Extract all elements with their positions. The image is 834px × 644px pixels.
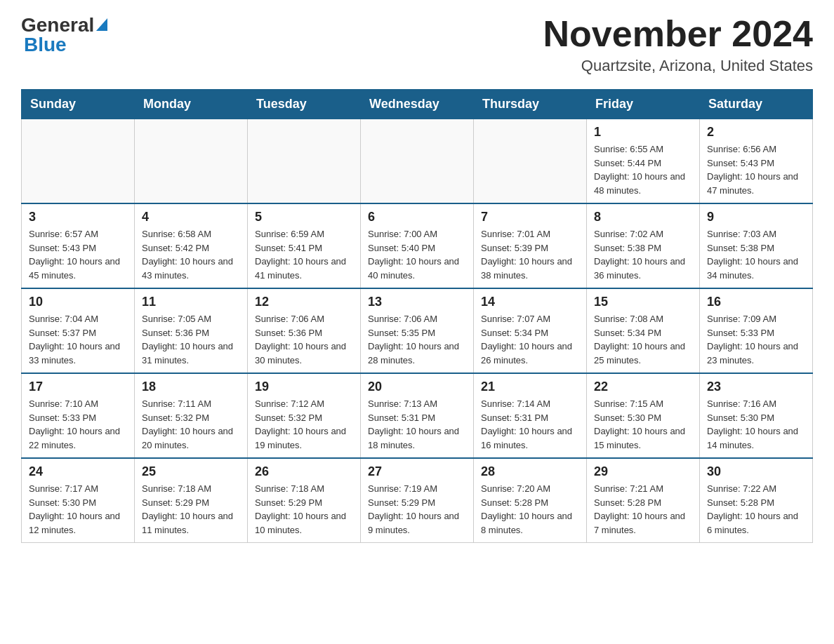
logo-blue-text: Blue	[24, 34, 67, 56]
day-info: Sunrise: 7:02 AMSunset: 5:38 PMDaylight:…	[594, 227, 692, 282]
weekday-header-row: SundayMondayTuesdayWednesdayThursdayFrid…	[22, 90, 813, 119]
logo: General Blue	[21, 14, 107, 56]
calendar-cell: 19Sunrise: 7:12 AMSunset: 5:32 PMDayligh…	[248, 373, 361, 458]
calendar-title: November 2024	[543, 14, 813, 54]
day-info: Sunrise: 6:55 AMSunset: 5:44 PMDaylight:…	[594, 142, 692, 197]
day-info: Sunrise: 7:00 AMSunset: 5:40 PMDaylight:…	[368, 227, 466, 282]
day-number: 7	[481, 210, 579, 224]
day-info: Sunrise: 7:03 AMSunset: 5:38 PMDaylight:…	[707, 227, 805, 282]
day-info: Sunrise: 7:20 AMSunset: 5:28 PMDaylight:…	[481, 482, 579, 537]
calendar-cell: 27Sunrise: 7:19 AMSunset: 5:29 PMDayligh…	[361, 458, 474, 543]
day-number: 22	[594, 380, 692, 394]
day-info: Sunrise: 7:01 AMSunset: 5:39 PMDaylight:…	[481, 227, 579, 282]
day-number: 14	[481, 295, 579, 309]
day-number: 1	[594, 125, 692, 140]
weekday-header-tuesday: Tuesday	[248, 90, 361, 119]
day-number: 25	[142, 464, 240, 479]
svg-marker-0	[96, 18, 107, 31]
calendar-cell: 23Sunrise: 7:16 AMSunset: 5:30 PMDayligh…	[700, 373, 813, 458]
calendar-cell: 8Sunrise: 7:02 AMSunset: 5:38 PMDaylight…	[587, 203, 700, 288]
calendar-cell: 10Sunrise: 7:04 AMSunset: 5:37 PMDayligh…	[22, 288, 135, 373]
weekday-header-thursday: Thursday	[474, 90, 587, 119]
calendar-cell	[248, 119, 361, 204]
day-info: Sunrise: 7:15 AMSunset: 5:30 PMDaylight:…	[594, 397, 692, 452]
day-number: 9	[707, 210, 805, 224]
day-number: 2	[707, 125, 805, 140]
day-info: Sunrise: 7:16 AMSunset: 5:30 PMDaylight:…	[707, 397, 805, 452]
calendar-cell: 24Sunrise: 7:17 AMSunset: 5:30 PMDayligh…	[22, 458, 135, 543]
day-number: 27	[368, 464, 466, 479]
day-number: 11	[142, 295, 240, 309]
calendar-cell: 29Sunrise: 7:21 AMSunset: 5:28 PMDayligh…	[587, 458, 700, 543]
day-info: Sunrise: 7:05 AMSunset: 5:36 PMDaylight:…	[142, 312, 240, 367]
day-info: Sunrise: 7:17 AMSunset: 5:30 PMDaylight:…	[29, 482, 127, 537]
day-info: Sunrise: 7:13 AMSunset: 5:31 PMDaylight:…	[368, 397, 466, 452]
calendar-cell: 6Sunrise: 7:00 AMSunset: 5:40 PMDaylight…	[361, 203, 474, 288]
calendar-cell: 9Sunrise: 7:03 AMSunset: 5:38 PMDaylight…	[700, 203, 813, 288]
day-info: Sunrise: 6:56 AMSunset: 5:43 PMDaylight:…	[707, 142, 805, 197]
day-number: 30	[707, 464, 805, 479]
day-number: 8	[594, 210, 692, 224]
day-info: Sunrise: 7:18 AMSunset: 5:29 PMDaylight:…	[255, 482, 353, 537]
day-number: 16	[707, 295, 805, 309]
logo-triangle-icon	[96, 18, 107, 34]
calendar-cell: 22Sunrise: 7:15 AMSunset: 5:30 PMDayligh…	[587, 373, 700, 458]
calendar-cell: 12Sunrise: 7:06 AMSunset: 5:36 PMDayligh…	[248, 288, 361, 373]
day-number: 12	[255, 295, 353, 309]
calendar-cell: 17Sunrise: 7:10 AMSunset: 5:33 PMDayligh…	[22, 373, 135, 458]
calendar-week-3: 10Sunrise: 7:04 AMSunset: 5:37 PMDayligh…	[22, 288, 813, 373]
weekday-header-friday: Friday	[587, 90, 700, 119]
calendar-cell: 28Sunrise: 7:20 AMSunset: 5:28 PMDayligh…	[474, 458, 587, 543]
day-info: Sunrise: 7:11 AMSunset: 5:32 PMDaylight:…	[142, 397, 240, 452]
day-number: 4	[142, 210, 240, 224]
calendar-cell: 20Sunrise: 7:13 AMSunset: 5:31 PMDayligh…	[361, 373, 474, 458]
day-number: 21	[481, 380, 579, 394]
day-info: Sunrise: 7:06 AMSunset: 5:35 PMDaylight:…	[368, 312, 466, 367]
day-info: Sunrise: 6:57 AMSunset: 5:43 PMDaylight:…	[29, 227, 127, 282]
day-info: Sunrise: 7:06 AMSunset: 5:36 PMDaylight:…	[255, 312, 353, 367]
day-number: 15	[594, 295, 692, 309]
day-number: 29	[594, 464, 692, 479]
day-number: 6	[368, 210, 466, 224]
calendar-cell: 25Sunrise: 7:18 AMSunset: 5:29 PMDayligh…	[135, 458, 248, 543]
day-info: Sunrise: 7:09 AMSunset: 5:33 PMDaylight:…	[707, 312, 805, 367]
calendar-week-5: 24Sunrise: 7:17 AMSunset: 5:30 PMDayligh…	[22, 458, 813, 543]
day-number: 17	[29, 380, 127, 394]
weekday-header-sunday: Sunday	[22, 90, 135, 119]
calendar-cell: 2Sunrise: 6:56 AMSunset: 5:43 PMDaylight…	[700, 119, 813, 204]
day-info: Sunrise: 7:07 AMSunset: 5:34 PMDaylight:…	[481, 312, 579, 367]
calendar-week-2: 3Sunrise: 6:57 AMSunset: 5:43 PMDaylight…	[22, 203, 813, 288]
calendar-week-4: 17Sunrise: 7:10 AMSunset: 5:33 PMDayligh…	[22, 373, 813, 458]
day-number: 24	[29, 464, 127, 479]
day-info: Sunrise: 7:21 AMSunset: 5:28 PMDaylight:…	[594, 482, 692, 537]
day-info: Sunrise: 7:19 AMSunset: 5:29 PMDaylight:…	[368, 482, 466, 537]
header: General Blue November 2024 Quartzsite, A…	[21, 14, 813, 75]
calendar-cell: 3Sunrise: 6:57 AMSunset: 5:43 PMDaylight…	[22, 203, 135, 288]
day-info: Sunrise: 6:58 AMSunset: 5:42 PMDaylight:…	[142, 227, 240, 282]
day-info: Sunrise: 7:14 AMSunset: 5:31 PMDaylight:…	[481, 397, 579, 452]
calendar-cell: 16Sunrise: 7:09 AMSunset: 5:33 PMDayligh…	[700, 288, 813, 373]
calendar-cell	[474, 119, 587, 204]
day-info: Sunrise: 7:04 AMSunset: 5:37 PMDaylight:…	[29, 312, 127, 367]
calendar-week-1: 1Sunrise: 6:55 AMSunset: 5:44 PMDaylight…	[22, 119, 813, 204]
weekday-header-monday: Monday	[135, 90, 248, 119]
calendar-cell: 4Sunrise: 6:58 AMSunset: 5:42 PMDaylight…	[135, 203, 248, 288]
day-number: 13	[368, 295, 466, 309]
calendar-cell: 30Sunrise: 7:22 AMSunset: 5:28 PMDayligh…	[700, 458, 813, 543]
day-number: 3	[29, 210, 127, 224]
calendar-table: SundayMondayTuesdayWednesdayThursdayFrid…	[21, 89, 813, 543]
calendar-cell: 1Sunrise: 6:55 AMSunset: 5:44 PMDaylight…	[587, 119, 700, 204]
calendar-cell	[22, 119, 135, 204]
day-number: 23	[707, 380, 805, 394]
day-number: 26	[255, 464, 353, 479]
calendar-cell: 26Sunrise: 7:18 AMSunset: 5:29 PMDayligh…	[248, 458, 361, 543]
day-info: Sunrise: 7:12 AMSunset: 5:32 PMDaylight:…	[255, 397, 353, 452]
title-area: November 2024 Quartzsite, Arizona, Unite…	[543, 14, 813, 75]
day-number: 18	[142, 380, 240, 394]
calendar-cell: 13Sunrise: 7:06 AMSunset: 5:35 PMDayligh…	[361, 288, 474, 373]
calendar-cell: 7Sunrise: 7:01 AMSunset: 5:39 PMDaylight…	[474, 203, 587, 288]
day-info: Sunrise: 7:18 AMSunset: 5:29 PMDaylight:…	[142, 482, 240, 537]
calendar-cell: 21Sunrise: 7:14 AMSunset: 5:31 PMDayligh…	[474, 373, 587, 458]
calendar-cell: 14Sunrise: 7:07 AMSunset: 5:34 PMDayligh…	[474, 288, 587, 373]
calendar-cell	[361, 119, 474, 204]
